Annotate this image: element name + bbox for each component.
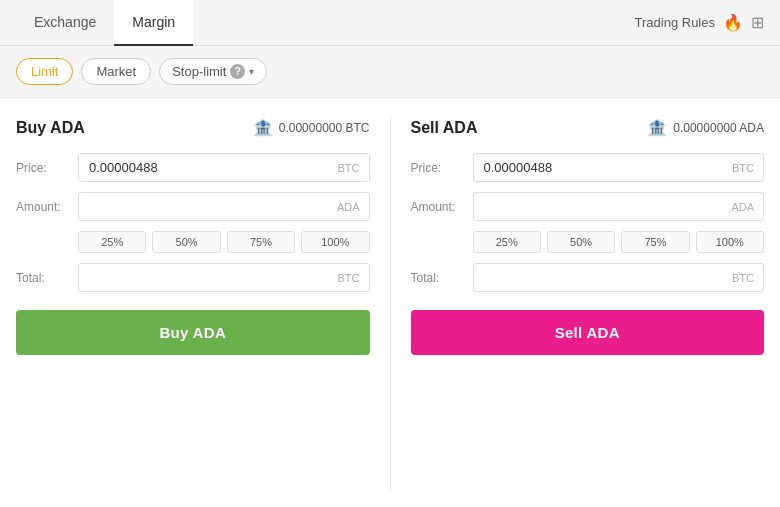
buy-amount-suffix: ADA — [337, 201, 360, 213]
sell-total-input-wrap: BTC — [473, 263, 765, 292]
buy-pct-50[interactable]: 50% — [152, 231, 220, 253]
sell-balance-display: 🏦 0.00000000 ADA — [647, 118, 764, 137]
app-container: Exchange Margin Trading Rules 🔥 ⊞ Limit … — [0, 0, 780, 507]
buy-balance-display: 🏦 0.00000000 BTC — [253, 118, 370, 137]
buy-panel: Buy ADA 🏦 0.00000000 BTC Price: BTC Amou… — [16, 118, 370, 491]
buy-amount-row: Amount: ADA — [16, 192, 370, 221]
sell-balance-value: 0.00000000 ADA — [673, 121, 764, 135]
sell-price-label: Price: — [411, 161, 473, 175]
sell-panel-header: Sell ADA 🏦 0.00000000 ADA — [411, 118, 765, 137]
sell-price-input[interactable] — [473, 153, 765, 182]
sell-pct-75[interactable]: 75% — [621, 231, 689, 253]
buy-pct-25[interactable]: 25% — [78, 231, 146, 253]
header-right: Trading Rules 🔥 ⊞ — [635, 13, 764, 32]
wallet-icon: 🏦 — [253, 118, 273, 137]
sell-pct-25[interactable]: 25% — [473, 231, 541, 253]
sell-price-input-wrap: BTC — [473, 153, 765, 182]
buy-panel-title: Buy ADA — [16, 119, 85, 137]
buy-price-input-wrap: BTC — [78, 153, 370, 182]
top-tab-bar: Exchange Margin Trading Rules 🔥 ⊞ — [0, 0, 780, 46]
sell-amount-row: Amount: ADA — [411, 192, 765, 221]
buy-total-label: Total: — [16, 271, 78, 285]
sell-pct-100[interactable]: 100% — [696, 231, 764, 253]
sell-pct-50[interactable]: 50% — [547, 231, 615, 253]
tab-margin[interactable]: Margin — [114, 0, 193, 46]
dropdown-arrow-icon: ▾ — [249, 66, 254, 77]
buy-panel-header: Buy ADA 🏦 0.00000000 BTC — [16, 118, 370, 137]
sell-amount-input-wrap: ADA — [473, 192, 765, 221]
sell-total-input[interactable] — [473, 263, 765, 292]
buy-amount-input[interactable] — [78, 192, 370, 221]
main-content: Buy ADA 🏦 0.00000000 BTC Price: BTC Amou… — [0, 98, 780, 507]
sell-action-button[interactable]: Sell ADA — [411, 310, 765, 355]
buy-action-button[interactable]: Buy ADA — [16, 310, 370, 355]
buy-price-row: Price: BTC — [16, 153, 370, 182]
buy-total-input[interactable] — [78, 263, 370, 292]
sell-price-suffix: BTC — [732, 162, 754, 174]
sell-pct-row: 25% 50% 75% 100% — [411, 231, 765, 253]
fire-icon: 🔥 — [723, 13, 743, 32]
buy-total-row: Total: BTC — [16, 263, 370, 292]
sell-panel-title: Sell ADA — [411, 119, 478, 137]
market-button[interactable]: Market — [81, 58, 151, 85]
order-type-bar: Limit Market Stop-limit ? ▾ — [0, 46, 780, 98]
sell-total-row: Total: BTC — [411, 263, 765, 292]
buy-amount-label: Amount: — [16, 200, 78, 214]
buy-balance-value: 0.00000000 BTC — [279, 121, 370, 135]
trading-rules-label[interactable]: Trading Rules — [635, 15, 715, 30]
wallet-icon-sell: 🏦 — [647, 118, 667, 137]
sell-total-suffix: BTC — [732, 272, 754, 284]
buy-pct-75[interactable]: 75% — [227, 231, 295, 253]
sell-panel: Sell ADA 🏦 0.00000000 ADA Price: BTC Amo… — [411, 118, 765, 491]
sell-price-row: Price: BTC — [411, 153, 765, 182]
buy-price-input[interactable] — [78, 153, 370, 182]
stoplimit-button[interactable]: Stop-limit ? ▾ — [159, 58, 267, 85]
buy-pct-100[interactable]: 100% — [301, 231, 369, 253]
buy-price-suffix: BTC — [338, 162, 360, 174]
limit-button[interactable]: Limit — [16, 58, 73, 85]
buy-total-input-wrap: BTC — [78, 263, 370, 292]
sell-total-label: Total: — [411, 271, 473, 285]
sell-amount-suffix: ADA — [731, 201, 754, 213]
buy-total-suffix: BTC — [338, 272, 360, 284]
main-tabs: Exchange Margin — [16, 0, 193, 45]
buy-amount-input-wrap: ADA — [78, 192, 370, 221]
panel-divider — [390, 118, 391, 491]
buy-price-label: Price: — [16, 161, 78, 175]
sell-amount-input[interactable] — [473, 192, 765, 221]
stoplimit-label: Stop-limit — [172, 64, 226, 79]
tab-exchange[interactable]: Exchange — [16, 0, 114, 46]
sell-amount-label: Amount: — [411, 200, 473, 214]
grid-icon[interactable]: ⊞ — [751, 13, 764, 32]
buy-pct-row: 25% 50% 75% 100% — [16, 231, 370, 253]
help-icon: ? — [230, 64, 245, 79]
